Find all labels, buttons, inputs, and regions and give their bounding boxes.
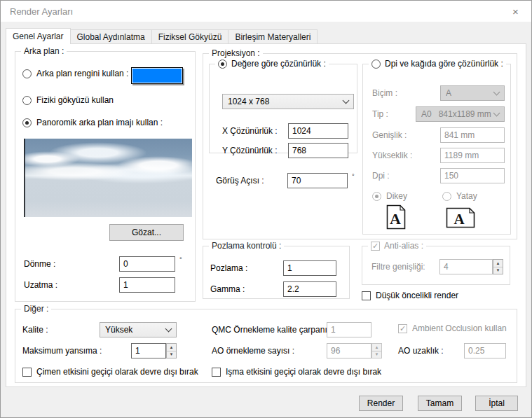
tab-global-aydinlatma[interactable]: Global Aydınlatma (71, 29, 152, 44)
spinner-up-icon[interactable]: ▲ (493, 260, 503, 267)
max-reflection-field[interactable]: 1 (131, 343, 166, 358)
ao-distance-label: AO uzaklık : (398, 346, 444, 356)
ok-button[interactable]: Tamam (418, 396, 462, 411)
paper-format-label: Biçim : (372, 88, 397, 98)
background-color-swatch[interactable] (131, 67, 183, 84)
radio-icon (218, 60, 227, 69)
ao-samples-field[interactable]: 96 (327, 343, 371, 358)
radio-use-background-color[interactable]: Arka plan rengini kullan : (22, 69, 128, 78)
disable-grass-checkbox[interactable]: Çimen etkisini geçiçi olarak devre dışı … (22, 367, 198, 377)
ao-samples-label: AO örnekleme sayısı : (212, 346, 294, 356)
tab-genel-ayarlar[interactable]: Genel Ayarlar (6, 28, 71, 44)
spinner-down-icon[interactable]: ▼ (372, 351, 381, 358)
low-priority-checkbox[interactable]: Düşük öncelikli render (362, 291, 458, 300)
radio-label: Yatay (456, 191, 477, 201)
radio-icon (442, 192, 451, 201)
antialias-group: ✓ Anti-alias : Filtre genişliği: 4 ▲ ▼ (362, 246, 510, 285)
paper-height-field[interactable]: 1189 mm (440, 148, 505, 163)
radio-icon (22, 69, 32, 78)
checkbox-icon: ✓ (398, 324, 407, 333)
resolution-by-dpi-group: Dpi ve kağıda göre çözünürlük : Biçim : … (362, 64, 511, 235)
paper-type-label: Tip : (372, 109, 388, 119)
paper-width-field[interactable]: 841 mm (440, 127, 505, 143)
radio-icon (22, 96, 32, 105)
ambient-occlusion-checkbox[interactable]: ✓ Ambient Occlusion kullan (398, 323, 507, 333)
quality-dropdown[interactable]: Yüksek (100, 322, 177, 337)
paper-format-dropdown[interactable]: A (440, 85, 505, 101)
spinner-down-icon[interactable]: ▼ (493, 267, 503, 274)
stretch-label: Uzatma : (24, 280, 57, 290)
dropdown-value: Yüksek (105, 325, 166, 335)
dropdown-value: A (446, 88, 494, 98)
checkbox-label: Işma etkisini geçiçi olarak devre dışı b… (226, 367, 381, 377)
stretch-field[interactable]: 1 (119, 277, 175, 293)
checkbox-icon (22, 368, 32, 377)
spinner-down-icon[interactable]: ▼ (167, 351, 176, 358)
close-icon[interactable]: × (500, 1, 531, 22)
panorama-preview-image (24, 139, 192, 217)
y-resolution-field[interactable]: 768 (288, 143, 348, 158)
exposure-group: Pozlama kontrolü : Pozlama : 1 Gamma : 2… (203, 246, 350, 299)
filter-width-field[interactable]: 4 (439, 259, 493, 274)
radio-label: Arka plan rengini kullan : (36, 69, 128, 78)
fov-label: Görüş Açısı : (216, 176, 264, 186)
render-button[interactable]: Render (359, 396, 403, 411)
landscape-page-icon: A (446, 207, 475, 228)
filter-width-label: Filtre genişliği: (371, 262, 425, 272)
radio-resolution-by-dpi[interactable]: Dpi ve kağıda göre çözünürlük : (369, 59, 506, 69)
chevron-down-icon (493, 109, 500, 116)
window-title: Render Ayarları (10, 6, 73, 17)
cancel-button[interactable]: İptal (475, 396, 518, 411)
browse-button[interactable]: Gözat... (109, 224, 184, 241)
tab-birlesim-materyalleri[interactable]: Birleşim Materyalleri (229, 29, 318, 44)
ao-distance-field[interactable]: 0.25 (464, 343, 506, 358)
title-bar: Render Ayarları × (1, 1, 531, 22)
filter-width-spinner[interactable]: ▲ ▼ (493, 259, 503, 274)
checkbox-icon: ✓ (371, 242, 380, 251)
checkbox-icon (362, 291, 371, 300)
radio-resolution-by-value[interactable]: Değere göre çözünürlük : (215, 59, 329, 69)
exposure-field[interactable]: 1 (283, 260, 336, 276)
quality-label: Kalite : (22, 325, 48, 335)
qmc-quality-field[interactable]: 1 (327, 322, 371, 337)
paper-width-label: Genişlik : (372, 130, 407, 140)
tab-fiziksel-gokyuzu[interactable]: Fiziksel Gökyüzü (152, 29, 229, 44)
max-reflection-spinner[interactable]: ▲ ▼ (166, 343, 177, 358)
qmc-quality-label: QMC Örnekleme kalite çarpanı : (212, 325, 332, 335)
resolution-preset-dropdown[interactable]: 1024 x 768 (222, 94, 354, 109)
checkbox-label: Anti-alias : (384, 241, 423, 251)
fov-degree-unit: ° (352, 173, 355, 180)
svg-text:A: A (390, 210, 401, 228)
x-resolution-field[interactable]: 1024 (288, 123, 348, 139)
radio-icon (371, 60, 381, 69)
gamma-field[interactable]: 2.2 (283, 281, 336, 297)
checkbox-label: Çimen etkisini geçiçi olarak devre dışı … (36, 367, 198, 377)
dpi-field[interactable]: 150 (440, 168, 505, 183)
radio-landscape[interactable]: Yatay (442, 191, 477, 201)
rotation-field[interactable]: 0 (119, 256, 175, 272)
projection-group-title: Projeksiyon : (209, 48, 263, 58)
paper-type-dropdown[interactable]: A0 841x1189 mm (416, 106, 505, 122)
other-group-title: Diğer : (21, 304, 51, 314)
checkbox-label: Ambient Occlusion kullan (412, 323, 507, 333)
radio-icon (22, 118, 32, 127)
radio-use-physical-sky[interactable]: Fiziki gökyüzü kullan (22, 95, 114, 105)
radio-use-panoramic-image[interactable]: Panoromik arka plan imajı kullan : (22, 118, 163, 127)
spinner-up-icon[interactable]: ▲ (167, 344, 176, 351)
radio-portrait[interactable]: Dikey (372, 191, 407, 201)
spinner-up-icon[interactable]: ▲ (372, 344, 381, 351)
checkbox-label: Düşük öncelikli render (376, 291, 458, 300)
dropdown-value: A0 841x1189 mm (421, 109, 494, 119)
fov-field[interactable]: 70 (287, 173, 348, 188)
background-group-title: Arka plan : (21, 46, 67, 56)
disable-glow-checkbox[interactable]: Işma etkisini geçiçi olarak devre dışı b… (212, 367, 381, 377)
radio-icon (372, 192, 381, 201)
gamma-label: Gamma : (210, 284, 245, 294)
exposure-label: Pozlama : (210, 263, 247, 273)
y-resolution-label: Y Çözünürlük : (222, 146, 278, 155)
tab-strip: Genel Ayarlar Global Aydınlatma Fiziksel… (6, 28, 318, 44)
antialias-checkbox[interactable]: ✓ Anti-alias : (368, 241, 426, 251)
ao-samples-spinner[interactable]: ▲ ▼ (371, 343, 382, 358)
portrait-page-icon: A (386, 204, 406, 230)
exposure-group-title: Pozlama kontrolü : (209, 241, 284, 251)
